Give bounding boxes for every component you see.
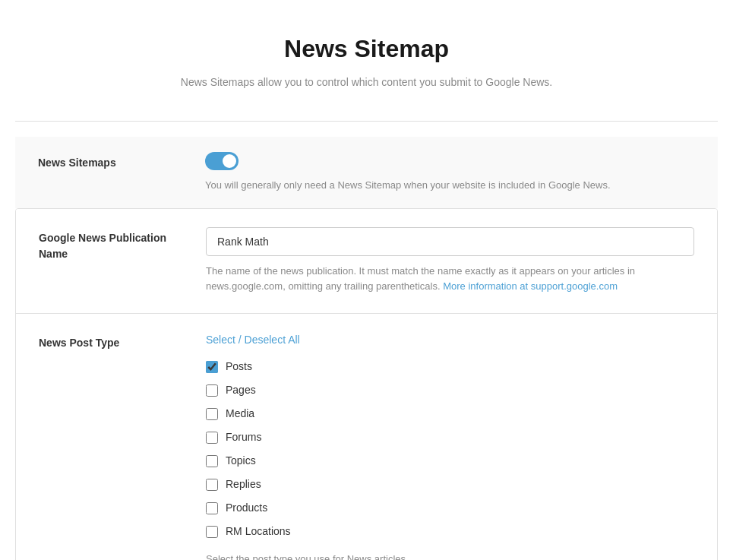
publication-name-input[interactable] [206, 227, 694, 256]
checkbox-label-topics: Topics [226, 453, 256, 469]
list-item[interactable]: Media [206, 406, 694, 422]
checkbox-forums[interactable] [206, 432, 218, 444]
checkbox-products[interactable] [206, 502, 218, 514]
list-item[interactable]: Replies [206, 476, 694, 492]
post-type-label-col: News Post Type [39, 332, 206, 351]
checkbox-topics[interactable] [206, 455, 218, 467]
publication-name-label-col: Google News Publication Name [39, 227, 206, 262]
page-title: News Sitemap [15, 30, 718, 67]
header-divider [15, 121, 718, 122]
checkbox-label-replies: Replies [226, 476, 261, 492]
post-type-content: Select / Deselect All Posts Pages Media [206, 332, 694, 560]
checkbox-list: Posts Pages Media Forums [206, 359, 694, 539]
settings-section: Google News Publication Name The name of… [15, 208, 718, 561]
publication-name-content: The name of the news publication. It mus… [206, 227, 694, 296]
list-item[interactable]: Pages [206, 382, 694, 398]
checkbox-pages[interactable] [206, 384, 218, 397]
list-item[interactable]: Topics [206, 453, 694, 469]
news-sitemaps-label: News Sitemaps [38, 157, 116, 169]
checkbox-label-products: Products [226, 500, 267, 516]
checkbox-label-forums: Forums [226, 429, 261, 445]
post-type-label: News Post Type [39, 337, 119, 349]
news-sitemaps-label-col: News Sitemaps [38, 152, 205, 171]
list-item[interactable]: Forums [206, 429, 694, 445]
checkbox-label-rm-locations: RM Locations [226, 524, 291, 539]
checkbox-posts[interactable] [206, 361, 218, 373]
checkbox-rm-locations[interactable] [206, 526, 218, 538]
checkbox-label-posts: Posts [226, 359, 252, 375]
list-item[interactable]: Products [206, 500, 694, 516]
list-item[interactable]: RM Locations [206, 524, 694, 539]
page-container: News Sitemap News Sitemaps allow you to … [0, 0, 733, 560]
news-sitemaps-content: You will generally only need a News Site… [205, 152, 695, 193]
select-deselect-link[interactable]: Select / Deselect All [206, 332, 300, 348]
page-header: News Sitemap News Sitemaps allow you to … [15, 30, 718, 90]
toggle-hint: You will generally only need a News Site… [205, 178, 695, 193]
checkbox-replies[interactable] [206, 479, 218, 491]
toggle-slider [205, 152, 239, 170]
post-type-hint: Select the post type you use for News ar… [206, 552, 694, 560]
publication-name-link[interactable]: More information at support.google.com [443, 280, 618, 292]
list-item[interactable]: Posts [206, 359, 694, 375]
checkbox-label-media: Media [226, 406, 254, 422]
page-subtitle: News Sitemaps allow you to control which… [15, 74, 718, 90]
publication-name-description: The name of the news publication. It mus… [206, 264, 694, 296]
toggle-container [205, 152, 695, 170]
post-type-row: News Post Type Select / Deselect All Pos… [16, 314, 717, 560]
news-sitemaps-toggle[interactable] [205, 152, 239, 170]
publication-name-row: Google News Publication Name The name of… [16, 209, 717, 315]
news-sitemaps-row: News Sitemaps You will generally only ne… [15, 137, 718, 208]
publication-name-label: Google News Publication Name [39, 232, 166, 260]
checkbox-media[interactable] [206, 408, 218, 420]
checkbox-label-pages: Pages [226, 382, 256, 398]
